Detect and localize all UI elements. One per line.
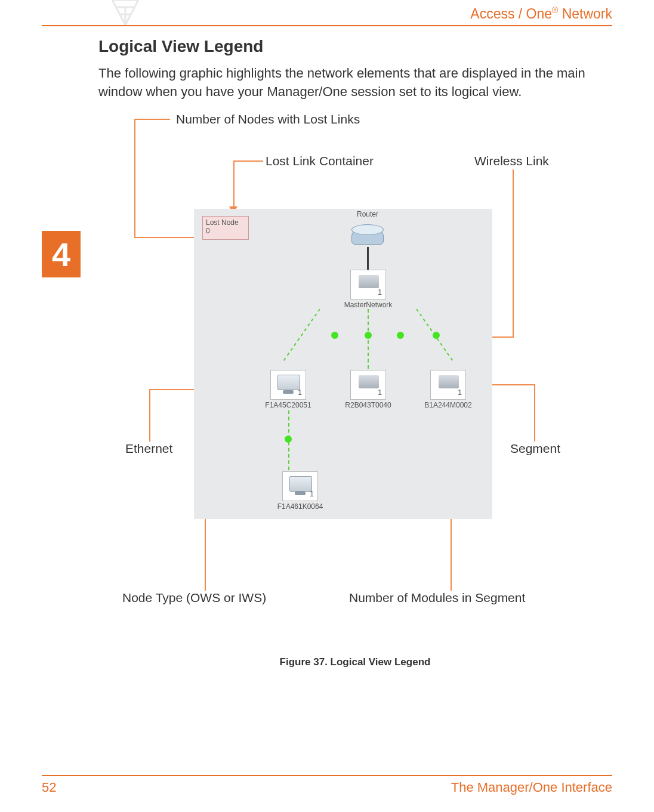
header-rule xyxy=(42,25,612,26)
segment-node: 1 xyxy=(270,370,306,400)
wireless-dot-icon xyxy=(365,332,372,339)
logical-view-screenshot: Lost Node 0 Router 1 MasterNetwork 1 F1A… xyxy=(194,209,492,519)
server-icon xyxy=(359,275,379,288)
lost-node-container: Lost Node 0 xyxy=(202,216,249,240)
monitor-icon xyxy=(277,375,300,390)
antenna-watermark xyxy=(90,0,161,31)
footer-rule xyxy=(42,775,612,776)
master-count: 1 xyxy=(378,288,382,297)
node-label: B1A244M0002 xyxy=(421,401,476,409)
product-suffix: Network xyxy=(558,6,612,21)
product-prefix: Access / One xyxy=(470,6,552,21)
callout-modules-in-segment: Number of Modules in Segment xyxy=(349,591,525,605)
master-label: MasterNetwork xyxy=(340,301,397,309)
svg-line-2 xyxy=(125,0,142,25)
master-network-node: 1 xyxy=(350,270,386,300)
wireless-dot-icon xyxy=(397,332,404,339)
section-paragraph: The following graphic highlights the net… xyxy=(98,64,600,101)
ethernet-link-icon xyxy=(367,247,369,270)
segment-node: 1 xyxy=(430,370,466,400)
wireless-link-icon xyxy=(368,309,369,369)
lost-node-label: Lost Node xyxy=(206,218,245,227)
monitor-stand-icon xyxy=(295,492,306,495)
callout-segment: Segment xyxy=(510,441,560,456)
lost-node-count: 0 xyxy=(206,227,245,235)
callout-lost-link-container: Lost Link Container xyxy=(266,154,374,168)
product-header: Access / One® Network xyxy=(470,6,612,22)
page-number: 52 xyxy=(42,780,56,795)
callout-ethernet: Ethernet xyxy=(125,441,172,456)
node-label: F1A461K0064 xyxy=(273,502,328,511)
monitor-stand-icon xyxy=(283,390,294,394)
chapter-tab: 4 xyxy=(42,231,81,277)
annotated-figure: Number of Nodes with Lost Links Lost Lin… xyxy=(98,107,612,656)
server-icon xyxy=(439,375,459,388)
node-label: F1A45C20051 xyxy=(261,401,316,409)
callout-line xyxy=(534,384,535,441)
figure-caption: Figure 37. Logical View Legend xyxy=(98,656,612,668)
callout-line xyxy=(134,119,135,237)
node-label: R2B043T0040 xyxy=(341,401,396,409)
callout-lost-nodes: Number of Nodes with Lost Links xyxy=(176,112,360,126)
wireless-dot-icon xyxy=(285,436,292,443)
monitor-icon xyxy=(289,476,312,492)
callout-line xyxy=(149,389,150,441)
node-count: 1 xyxy=(458,388,462,397)
wireless-dot-icon xyxy=(433,332,440,339)
callout-node-type: Node Type (OWS or IWS) xyxy=(122,591,266,605)
wireless-link-icon xyxy=(282,308,320,363)
callout-line xyxy=(513,169,514,336)
wireless-dot-icon xyxy=(331,332,338,339)
node-count: 1 xyxy=(310,490,314,498)
callout-line xyxy=(233,160,263,162)
segment-node: 1 xyxy=(350,370,386,400)
node-count: 1 xyxy=(298,388,302,397)
section-heading: Logical View Legend xyxy=(98,37,263,56)
callout-wireless-link: Wireless Link xyxy=(474,154,549,168)
callout-line xyxy=(134,119,170,120)
segment-node: 1 xyxy=(282,471,318,501)
router-icon xyxy=(349,221,385,247)
server-icon xyxy=(359,375,379,388)
node-count: 1 xyxy=(378,388,382,397)
svg-line-1 xyxy=(109,0,125,25)
footer-title: The Manager/One Interface xyxy=(451,780,612,795)
callout-line xyxy=(233,160,235,208)
router-label: Router xyxy=(347,210,388,218)
callout-line xyxy=(134,237,194,238)
